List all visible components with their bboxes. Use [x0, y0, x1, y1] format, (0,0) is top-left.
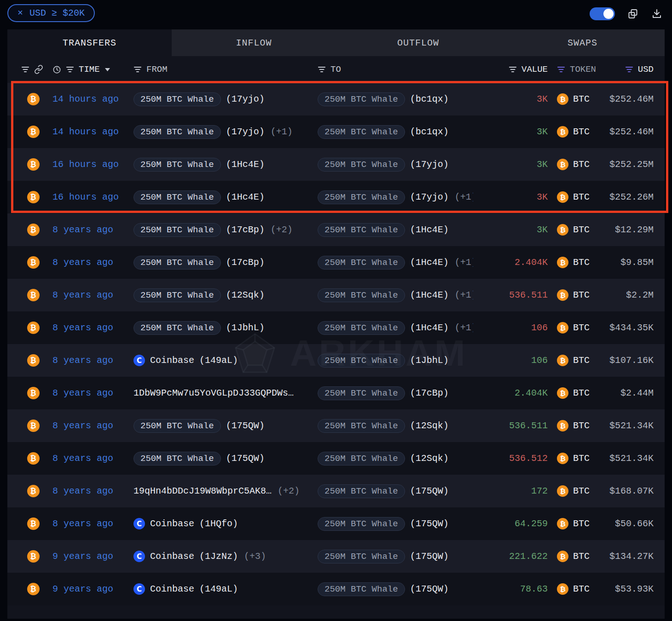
header-usd[interactable]: USD: [602, 64, 654, 75]
filter-icon[interactable]: [133, 66, 142, 73]
cell-time[interactable]: 8 years ago: [52, 453, 133, 464]
cell-time[interactable]: 16 hours ago: [52, 159, 133, 170]
table-row[interactable]: ₿8 years ago1DbW9PcMw7u5YoVGLpDJ33GQPDWs…: [7, 377, 665, 409]
entity-tag[interactable]: 250M BTC Whale: [318, 354, 405, 368]
entity-name[interactable]: Coinbase: [150, 355, 194, 366]
entity-tag[interactable]: 250M BTC Whale: [318, 550, 405, 564]
entity-tag[interactable]: 250M BTC Whale: [133, 223, 221, 237]
usd-toggle[interactable]: [590, 7, 615, 20]
copy-button[interactable]: [627, 8, 639, 20]
entity-tag[interactable]: 250M BTC Whale: [133, 256, 221, 270]
chip-close-icon[interactable]: ×: [17, 9, 23, 18]
address-short[interactable]: (175QW): [410, 518, 449, 529]
entity-tag[interactable]: 250M BTC Whale: [133, 158, 221, 172]
cell-time[interactable]: 14 hours ago: [52, 126, 133, 137]
filter-icon[interactable]: [509, 66, 517, 73]
entity-tag[interactable]: 250M BTC Whale: [318, 288, 405, 302]
header-from[interactable]: FROM: [133, 64, 318, 75]
address-short[interactable]: (1JbhL): [226, 322, 265, 333]
filter-icon[interactable]: [21, 66, 29, 73]
filter-icon[interactable]: [318, 66, 326, 73]
entity-name[interactable]: Coinbase: [150, 584, 194, 594]
tab-swaps[interactable]: SWAPS: [500, 29, 665, 56]
address-short[interactable]: (175QW): [410, 551, 449, 562]
address-short[interactable]: (175QW): [410, 486, 449, 496]
entity-tag[interactable]: 250M BTC Whale: [133, 452, 221, 466]
table-row[interactable]: ₿9 years agoCCoinbase(1JzNz)(+3)250M BTC…: [7, 540, 665, 573]
address-short[interactable]: (17cBp): [226, 257, 265, 268]
cell-time[interactable]: 8 years ago: [52, 257, 133, 268]
address-full[interactable]: 1DbW9PcMw7u5YoVGLpDJ33GQPDWs…: [133, 388, 294, 398]
download-button[interactable]: [651, 8, 663, 20]
address-short[interactable]: (12Sqk): [410, 453, 449, 464]
table-row[interactable]: ₿8 years ago250M BTC Whale(12Sqk)250M BT…: [7, 279, 665, 311]
counterparty-extra[interactable]: (+1): [455, 257, 473, 268]
address-short[interactable]: (1Hc4E): [410, 290, 449, 300]
cell-time[interactable]: 8 years ago: [52, 388, 133, 398]
entity-tag[interactable]: 250M BTC Whale: [133, 125, 221, 139]
header-to[interactable]: TO: [318, 64, 473, 75]
table-row[interactable]: ₿14 hours ago250M BTC Whale(17yjo)250M B…: [7, 83, 665, 115]
entity-tag[interactable]: 250M BTC Whale: [133, 321, 221, 335]
address-short[interactable]: (175QW): [226, 453, 265, 464]
address-short[interactable]: (bc1qx): [410, 126, 449, 137]
cell-time[interactable]: 8 years ago: [52, 355, 133, 366]
address-short[interactable]: (bc1qx): [410, 94, 449, 104]
counterparty-extra[interactable]: (+1): [455, 290, 473, 300]
address-short[interactable]: (17cBp): [226, 224, 265, 235]
address-short[interactable]: (12Sqk): [226, 290, 265, 300]
address-short[interactable]: (17yjo): [226, 94, 265, 104]
entity-tag[interactable]: 250M BTC Whale: [318, 582, 405, 596]
address-short[interactable]: (17cBp): [410, 388, 449, 398]
address-short[interactable]: (1Hc4E): [226, 192, 265, 202]
table-row[interactable]: ₿16 hours ago250M BTC Whale(1Hc4E)250M B…: [7, 148, 665, 181]
entity-tag[interactable]: 250M BTC Whale: [318, 419, 405, 433]
address-short[interactable]: (1Hc4E): [410, 257, 449, 268]
table-row[interactable]: ₿8 years ago250M BTC Whale(175QW)250M BT…: [7, 409, 665, 442]
cell-time[interactable]: 8 years ago: [52, 518, 133, 529]
table-row[interactable]: ₿8 years ago250M BTC Whale(17cBp)250M BT…: [7, 246, 665, 279]
entity-tag[interactable]: 250M BTC Whale: [318, 452, 405, 466]
chevron-down-icon[interactable]: [104, 68, 110, 72]
address-short[interactable]: (1Hc4E): [226, 159, 265, 170]
address-short[interactable]: (17yjo): [226, 126, 265, 137]
address-short[interactable]: (17yjo): [410, 159, 449, 170]
entity-tag[interactable]: 250M BTC Whale: [318, 92, 405, 106]
cell-time[interactable]: 8 years ago: [52, 420, 133, 431]
address-short[interactable]: (12Sqk): [410, 420, 449, 431]
entity-tag[interactable]: 250M BTC Whale: [133, 190, 221, 204]
entity-tag[interactable]: 250M BTC Whale: [318, 321, 405, 335]
entity-tag[interactable]: 250M BTC Whale: [318, 256, 405, 270]
address-short[interactable]: (175QW): [226, 420, 265, 431]
cell-time[interactable]: 9 years ago: [52, 584, 133, 594]
link-icon[interactable]: [34, 65, 43, 74]
cell-time[interactable]: 14 hours ago: [52, 94, 133, 104]
table-row[interactable]: ₿8 years ago19qHn4bDDcJ19W8WbprC5AK8… (+…: [7, 475, 665, 507]
filter-icon[interactable]: [66, 66, 74, 73]
header-token[interactable]: TOKEN: [548, 64, 602, 75]
filter-chip[interactable]: × USD ≥ $20K: [7, 4, 95, 22]
entity-tag[interactable]: 250M BTC Whale: [318, 386, 405, 400]
entity-tag[interactable]: 250M BTC Whale: [133, 92, 221, 106]
tab-transfers[interactable]: TRANSFERS: [7, 29, 172, 56]
cell-time[interactable]: 16 hours ago: [52, 192, 133, 202]
table-row[interactable]: ₿8 years agoCCoinbase(1HQfo)250M BTC Wha…: [7, 507, 665, 540]
counterparty-extra[interactable]: (+3): [244, 551, 266, 562]
address-full[interactable]: 19qHn4bDDcJ19W8WbprC5AK8…: [133, 486, 272, 496]
cell-time[interactable]: 8 years ago: [52, 322, 133, 333]
entity-tag[interactable]: 250M BTC Whale: [318, 223, 405, 237]
cell-time[interactable]: 8 years ago: [52, 486, 133, 496]
header-time[interactable]: TIME: [52, 64, 133, 75]
table-row[interactable]: ₿9 years agoCCoinbase(149aL)250M BTC Wha…: [7, 573, 665, 605]
table-row[interactable]: ₿8 years ago250M BTC Whale(1JbhL)250M BT…: [7, 311, 665, 344]
address-short[interactable]: (1HQfo): [199, 518, 238, 529]
address-short[interactable]: (1JzNz): [199, 551, 238, 562]
table-row[interactable]: ₿8 years ago250M BTC Whale(175QW)250M BT…: [7, 442, 665, 475]
address-short[interactable]: (149aL): [199, 355, 238, 366]
entity-tag[interactable]: 250M BTC Whale: [318, 484, 405, 498]
counterparty-extra[interactable]: (+1): [455, 322, 473, 333]
header-value[interactable]: VALUE: [473, 64, 548, 75]
address-short[interactable]: (1Hc4E): [410, 224, 449, 235]
address-short[interactable]: (1JbhL): [410, 355, 449, 366]
counterparty-extra[interactable]: (+1): [271, 126, 293, 137]
